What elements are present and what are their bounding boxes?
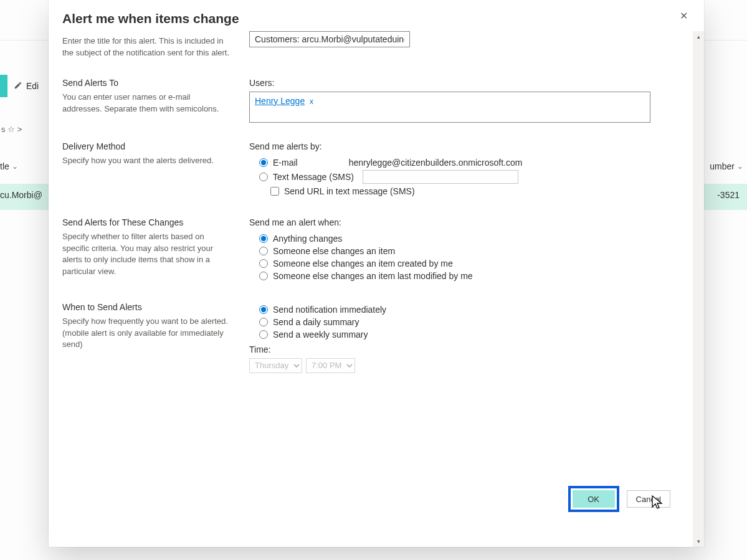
users-label: Users: xyxy=(249,78,687,88)
column-header-title-text: tle xyxy=(0,161,9,171)
column-header-number[interactable]: umber ⌄ xyxy=(710,161,743,171)
row-cell-number: -3521 xyxy=(717,190,740,200)
changes-label: Send me an alert when: xyxy=(249,217,687,227)
column-header-title[interactable]: tle ⌄ xyxy=(0,161,18,171)
row-cell-email: cu.Morbi@ xyxy=(0,190,42,200)
close-icon[interactable]: ✕ xyxy=(677,9,690,24)
remove-user-icon[interactable]: x xyxy=(310,97,313,106)
section-alert-title-heading: Alert Title xyxy=(62,31,232,32)
accent-bar xyxy=(0,75,7,97)
delivery-email-value: henrylegge@citizenbuilders.onmicrosoft.c… xyxy=(349,158,523,168)
changes-opt1-label: Anything changes xyxy=(273,234,342,244)
when-opt3-radio[interactable] xyxy=(259,330,268,339)
ok-button-highlight: OK xyxy=(568,486,619,512)
changes-opt2-label: Someone else changes an item xyxy=(273,246,395,256)
when-opt1-label: Send notification immediately xyxy=(273,305,386,315)
sms-number-input[interactable] xyxy=(363,170,518,184)
send-url-checkbox[interactable] xyxy=(270,187,279,196)
dialog-body: Alert Title Enter the title for this ale… xyxy=(49,31,693,547)
changes-opt4-label: Someone else changes an item last modifi… xyxy=(273,271,473,281)
dialog-footer: OK Cancel xyxy=(568,486,670,512)
day-select[interactable]: Thursday xyxy=(249,358,302,373)
changes-opt4-radio[interactable] xyxy=(259,272,268,280)
chevron-down-icon: ⌄ xyxy=(12,162,18,171)
changes-opt2-radio[interactable] xyxy=(259,247,268,255)
delivery-sms-radio[interactable] xyxy=(259,173,268,181)
delivery-sms-label: Text Message (SMS) xyxy=(273,172,354,182)
when-opt1-radio[interactable] xyxy=(259,305,268,314)
background-toolbar: Edi xyxy=(0,75,39,97)
section-when-heading: When to Send Alerts xyxy=(62,302,232,312)
scroll-up-icon[interactable]: ▴ xyxy=(693,31,704,42)
changes-opt1-radio[interactable] xyxy=(259,234,268,243)
send-url-label: Send URL in text message (SMS) xyxy=(284,186,415,196)
when-opt3-label: Send a weekly summary xyxy=(273,330,368,339)
alert-title-input[interactable] xyxy=(249,31,410,47)
ok-button[interactable]: OK xyxy=(573,490,615,508)
scroll-down-icon[interactable]: ▾ xyxy=(693,536,704,547)
user-chip[interactable]: Henry Legge xyxy=(255,96,305,106)
section-delivery-desc: Specify how you want the alerts delivere… xyxy=(62,155,232,167)
alert-dialog: Alert me when items change ✕ Alert Title… xyxy=(49,0,704,547)
time-select[interactable]: 7:00 PM xyxy=(306,358,355,373)
changes-opt3-radio[interactable] xyxy=(259,259,268,268)
section-when-desc: Specify how frequently you want to be al… xyxy=(62,316,232,351)
edit-label: Edi xyxy=(26,81,39,91)
when-opt2-radio[interactable] xyxy=(259,318,268,326)
edit-icon xyxy=(14,81,22,92)
dialog-header: Alert me when items change ✕ xyxy=(49,0,704,31)
chevron-down-icon: ⌄ xyxy=(737,162,743,171)
changes-opt3-label: Someone else changes an item created by … xyxy=(273,259,453,268)
delivery-email-radio[interactable] xyxy=(259,158,268,167)
section-changes-heading: Send Alerts for These Changes xyxy=(62,217,232,227)
column-header-number-text: umber xyxy=(710,161,735,171)
section-changes-desc: Specify whether to filter alerts based o… xyxy=(62,231,232,278)
section-alert-title-desc: Enter the title for this alert. This is … xyxy=(62,36,232,59)
background-breadcrumb: s ☆ > xyxy=(0,125,22,134)
section-send-to-heading: Send Alerts To xyxy=(62,78,232,88)
when-opt2-label: Send a daily summary xyxy=(273,317,359,327)
cancel-button[interactable]: Cancel xyxy=(627,490,670,508)
delivery-email-label: E-mail xyxy=(273,158,298,168)
dialog-title: Alert me when items change xyxy=(62,11,677,26)
delivery-label: Send me alerts by: xyxy=(249,141,687,151)
dialog-scrollbar[interactable]: ▴ ▾ xyxy=(693,31,704,547)
time-label: Time: xyxy=(249,344,687,354)
users-people-picker[interactable]: Henry Legge x xyxy=(249,92,650,123)
section-delivery-heading: Delivery Method xyxy=(62,141,232,151)
section-send-to-desc: You can enter user names or e-mail addre… xyxy=(62,92,232,115)
